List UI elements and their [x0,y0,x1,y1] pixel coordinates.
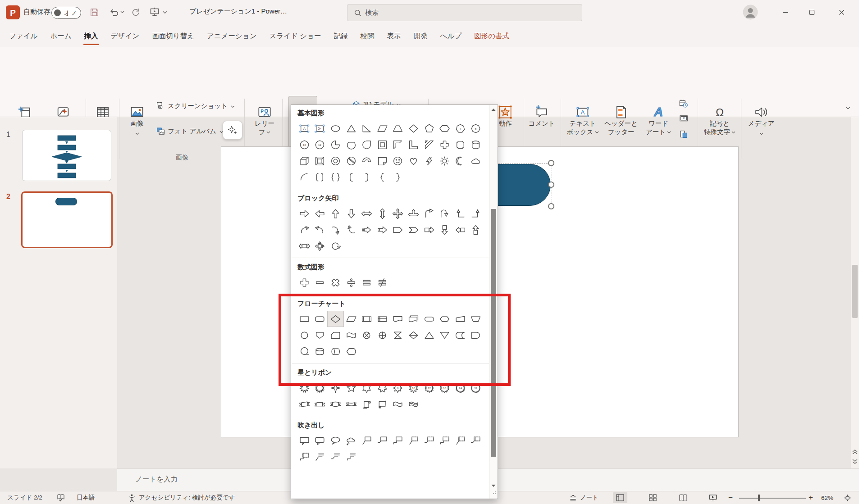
present-icon[interactable] [149,6,160,18]
shape-line-callout-2-border[interactable] [421,433,437,448]
zoom-out-button[interactable]: − [728,491,733,504]
shape-line-callout-2-accent[interactable] [468,433,484,448]
shape-block-arc[interactable] [359,153,375,168]
shape-line-callout-1-border[interactable] [406,433,421,448]
tab-7[interactable]: 記録 [328,25,354,47]
shape-callout-rounded[interactable] [312,433,328,448]
zoom-percent[interactable]: 62% [821,491,833,504]
shape-can[interactable] [468,137,484,152]
shape-ribbon-tilted[interactable] [297,396,312,412]
object-button[interactable] [679,128,692,141]
canvas-scrollbar-thumb[interactable] [852,265,858,318]
resize-handle-bottom-right[interactable] [548,203,554,209]
shape-arrow-pentagon[interactable] [390,222,406,237]
shape-arrow-callout-up[interactable] [468,222,484,237]
shape-arrow-striped[interactable] [359,222,375,237]
shape-line-callout-1-accent[interactable] [452,433,468,448]
shape-divide[interactable] [343,275,359,290]
resize-handle-top-right[interactable] [548,160,554,166]
undo-chevron-icon[interactable] [119,6,125,18]
shape-double-bracket[interactable] [312,169,328,185]
tab-11[interactable]: ヘルプ [434,25,468,47]
shape-frame[interactable] [375,137,390,152]
shape-folded-corner[interactable] [375,153,390,168]
shape-minus[interactable] [312,275,328,290]
shape-lightning[interactable] [421,153,437,168]
shape-trapezoid[interactable] [390,121,406,136]
shape-no-symbol[interactable] [343,153,359,168]
shape-not-equal[interactable] [375,275,390,290]
slide-thumbnail-1[interactable] [22,130,111,181]
shape-heptagon[interactable]: 7 [452,121,468,136]
shape-scroll-vertical[interactable] [359,396,375,412]
shape-arrow-callout-quad[interactable] [312,238,328,254]
shape-arrow-circular[interactable] [328,238,343,254]
shape-arrow-curved-right[interactable] [312,222,328,237]
tab-active-2[interactable]: 挿入 [78,25,105,47]
shape-arrow-curved-up[interactable] [328,222,343,237]
shape-arrow-bent[interactable] [421,206,437,221]
shape-arrow-callout-left[interactable] [452,222,468,237]
shape-ribbon-curved-down[interactable] [328,396,343,412]
avatar[interactable] [743,5,758,22]
close-icon[interactable] [828,0,854,25]
shape-arrow-bent-up-right[interactable] [468,206,484,221]
next-slide-icon[interactable] [851,458,859,467]
zoom-in-button[interactable]: + [809,491,813,504]
shape-arrow-up-down[interactable] [375,206,390,221]
shape-sun[interactable] [437,153,452,168]
shape-right-bracket[interactable] [359,169,375,185]
shape-arrow-callout-left-right[interactable] [297,238,312,254]
symbol-button[interactable]: Ω記号と特殊文字 [700,96,739,152]
shape-plaque[interactable] [452,137,468,152]
shape-cross[interactable] [437,137,452,152]
wordart-button[interactable]: Aワードアート [642,96,675,152]
shape-heart[interactable] [406,153,421,168]
shape-arrow-three-way[interactable] [406,206,421,221]
shape-arrow-left-right[interactable] [359,206,375,221]
tab-12[interactable]: 図形の書式 [468,25,516,47]
shape-arrow-bent-up-left[interactable] [452,206,468,221]
collapse-ribbon-icon[interactable] [842,104,854,113]
shape-arrow-down[interactable] [343,206,359,221]
shape-arrow-right[interactable] [297,206,312,221]
screenshot-button[interactable]: スクリーンショット [156,100,242,112]
shape-diamond[interactable] [406,121,421,136]
shape-line-callout-2[interactable] [375,433,390,448]
accessibility-status[interactable]: アクセシビリティ: 検討が必要です [139,491,235,504]
quick-access-chevron-icon[interactable] [161,6,169,18]
shape-oval[interactable] [328,121,343,136]
zoom-slider-track[interactable] [739,498,806,499]
shape-wave[interactable] [390,396,406,412]
view-slide-sorter-button[interactable] [645,492,660,503]
shape-callout-cloud[interactable] [343,433,359,448]
fit-to-window-icon[interactable] [844,491,851,504]
scroll-up-icon[interactable] [490,106,497,113]
shape-arrow-up[interactable] [328,206,343,221]
resize-grip-icon[interactable] [492,489,496,497]
spellcheck-icon[interactable] [57,491,65,504]
shape-decagon[interactable]: 10 [297,137,312,152]
text-box-button[interactable]: Aテキストボックス [564,96,601,152]
shape-smiley[interactable] [390,153,406,168]
shape-double-brace[interactable] [328,169,343,185]
redo-icon[interactable] [130,6,142,18]
view-slideshow-button[interactable] [706,492,720,503]
shape-callout-oval[interactable] [328,433,343,448]
shape-diagonal-stripe[interactable] [421,137,437,152]
zoom-slider-thumb[interactable] [758,495,760,501]
media-button[interactable]: メディア [745,96,778,152]
tab-1[interactable]: ホーム [44,25,78,47]
shape-line-callout-3-border[interactable] [437,433,452,448]
shape-arc[interactable] [297,169,312,185]
tab-10[interactable]: 開発 [407,25,434,47]
shape-arrow-curved-down[interactable] [343,222,359,237]
shape-cloud[interactable] [468,153,484,168]
shape-line-callout-3-no-border[interactable] [343,449,359,464]
shape-ribbon-curved-up[interactable] [343,396,359,412]
shape-arrow-left[interactable] [312,206,328,221]
shape-ribbon[interactable] [312,396,328,412]
shape-arrow-callout-right[interactable] [421,222,437,237]
shape-line-callout-3[interactable] [390,433,406,448]
tab-0[interactable]: ファイル [3,25,44,47]
